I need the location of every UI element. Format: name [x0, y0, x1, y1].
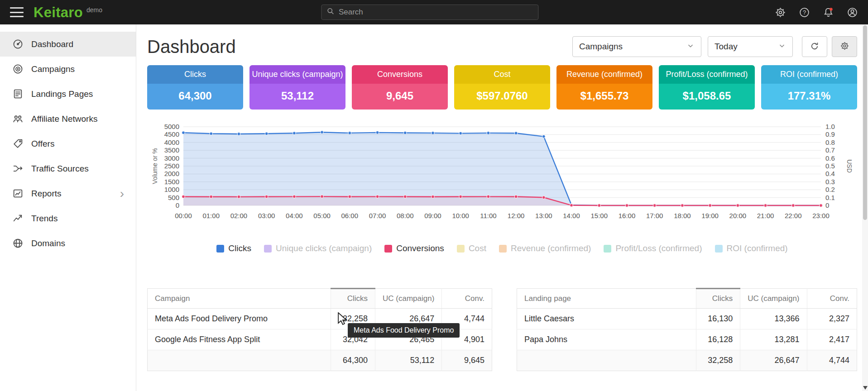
metric-card-value: 53,112	[249, 84, 345, 110]
svg-text:07:00: 07:00	[369, 212, 386, 219]
bell-icon[interactable]	[822, 6, 834, 18]
table-row[interactable]: Papa Johns16,12813,2812,417	[517, 329, 857, 350]
dashboard-settings-button[interactable]	[832, 36, 857, 57]
metric-card-value: 177.31%	[761, 84, 857, 110]
total-value-cell: 64,300	[331, 350, 375, 371]
sidebar: DashboardCampaignsLandings PagesAffiliat…	[0, 24, 136, 391]
sidebar-item-traffic-sources[interactable]: Traffic Sources	[0, 156, 136, 181]
svg-text:15:00: 15:00	[590, 212, 608, 219]
metric-card-conversions[interactable]: Conversions9,645	[352, 65, 448, 110]
legend-item-unique-clicks-campaign[interactable]: Unique clicks (campaign)	[264, 243, 372, 253]
tooltip-text: Meta Ads Food Delivery Promo	[354, 326, 454, 334]
sidebar-item-reports[interactable]: Reports›	[0, 181, 136, 206]
total-empty-cell	[148, 350, 331, 371]
sidebar-item-trends[interactable]: Trends	[0, 206, 136, 231]
svg-text:05:00: 05:00	[313, 212, 331, 219]
sidebar-item-affiliate-networks[interactable]: Affiliate Networks	[0, 106, 136, 131]
legend-item-cost[interactable]: Cost	[457, 243, 486, 253]
svg-text:16:00: 16:00	[619, 212, 636, 219]
help-icon[interactable]: ?	[798, 6, 810, 18]
svg-text:0.7: 0.7	[825, 146, 835, 154]
scrollbar-thumb[interactable]	[863, 25, 867, 220]
svg-text:13:00: 13:00	[535, 212, 552, 219]
gear-icon[interactable]	[774, 6, 786, 18]
sidebar-item-landings-pages[interactable]: Landings Pages	[0, 81, 136, 106]
table-row[interactable]: Little Caesars16,13013,3662,327	[517, 309, 857, 329]
svg-text:2000: 2000	[164, 170, 179, 177]
svg-text:0.8: 0.8	[825, 138, 835, 146]
total-empty-cell	[517, 350, 696, 371]
column-header-clicks[interactable]: Clicks	[696, 289, 740, 309]
svg-text:21:00: 21:00	[757, 212, 774, 219]
people-icon	[12, 113, 24, 125]
metric-card-label: Unique clicks (campaign)	[249, 65, 345, 84]
grouping-select-value: Campaigns	[579, 42, 623, 52]
metric-card-label: Profit/Loss (confirmed)	[659, 65, 755, 84]
legend-item-profit-loss-confirmed[interactable]: Profit/Loss (confirmed)	[604, 243, 702, 253]
svg-text:23:00: 23:00	[812, 212, 830, 219]
topbar: Keitaro demo ?	[0, 0, 868, 24]
svg-text:01:00: 01:00	[202, 212, 220, 219]
page-title: Dashboard	[147, 37, 236, 57]
total-value-cell: 32,258	[696, 350, 740, 371]
sidebar-item-offers[interactable]: Offers	[0, 131, 136, 156]
column-header-conv[interactable]: Conv.	[442, 289, 492, 309]
column-header-uc-campaign[interactable]: UC (campaign)	[375, 289, 442, 309]
svg-text:10:00: 10:00	[452, 212, 469, 219]
legend-item-conversions[interactable]: Conversions	[384, 243, 444, 253]
scrollbar-down-button[interactable]	[863, 386, 868, 390]
hamburger-menu-button[interactable]	[10, 7, 24, 17]
metric-card-revenue-confirmed[interactable]: Revenue (confirmed)$1,655.73	[556, 65, 652, 110]
grouping-select[interactable]: Campaigns	[572, 36, 701, 57]
row-value-cell: 13,281	[740, 329, 807, 350]
metric-card-unique-clicks-campaign[interactable]: Unique clicks (campaign)53,112	[249, 65, 345, 110]
chart-legend: ClicksUnique clicks (campaign)Conversion…	[147, 243, 857, 253]
metric-card-label: Conversions	[352, 65, 448, 84]
legend-item-clicks[interactable]: Clicks	[216, 243, 251, 253]
svg-text:22:00: 22:00	[785, 212, 802, 219]
legend-item-roi-confirmed[interactable]: ROI (confirmed)	[715, 243, 788, 253]
total-value-cell: 4,744	[807, 350, 857, 371]
row-value-cell: 2,327	[807, 309, 857, 329]
refresh-button[interactable]	[802, 36, 827, 57]
svg-text:4000: 4000	[164, 138, 179, 146]
svg-text:5000: 5000	[164, 123, 179, 130]
svg-text:12:00: 12:00	[508, 212, 525, 219]
sidebar-item-label: Landings Pages	[31, 89, 93, 99]
metric-card-profit-loss-confirmed[interactable]: Profit/Loss (confirmed)$1,058.65	[659, 65, 755, 110]
tag-icon	[12, 138, 24, 150]
search-input[interactable]	[339, 8, 533, 17]
metric-card-roi-confirmed[interactable]: ROI (confirmed)177.31%	[761, 65, 857, 110]
metric-cards-row: Clicks64,300Unique clicks (campaign)53,1…	[147, 65, 857, 110]
row-name-cell: Meta Ads Food Delivery Promo	[148, 309, 331, 329]
svg-text:500: 500	[168, 194, 179, 201]
legend-label: Unique clicks (campaign)	[276, 243, 372, 253]
app-logo[interactable]: Keitaro demo	[34, 5, 102, 19]
sidebar-item-domains[interactable]: Domains	[0, 231, 136, 256]
metric-card-cost[interactable]: Cost$597.0760	[454, 65, 550, 110]
column-header-landing-page[interactable]: Landing page	[517, 289, 696, 309]
sidebar-item-dashboard[interactable]: Dashboard	[0, 32, 136, 57]
date-range-select[interactable]: Today	[708, 36, 793, 57]
svg-text:0.5: 0.5	[825, 162, 835, 170]
row-value-cell: 16,130	[696, 309, 740, 329]
svg-text:2500: 2500	[164, 162, 179, 170]
traffic-chart: 0500100015002000250030003500400045005000…	[147, 121, 857, 237]
svg-text:Volume or %: Volume or %	[151, 148, 158, 184]
column-header-clicks[interactable]: Clicks	[331, 289, 375, 309]
search-icon	[326, 7, 335, 18]
user-account-icon[interactable]	[846, 6, 858, 18]
column-header-campaign[interactable]: Campaign	[148, 289, 331, 309]
svg-text:1000: 1000	[164, 186, 179, 193]
sidebar-item-label: Dashboard	[31, 39, 73, 49]
svg-text:11:00: 11:00	[480, 212, 496, 219]
column-header-uc-campaign[interactable]: UC (campaign)	[740, 289, 807, 309]
sidebar-item-label: Affiliate Networks	[31, 114, 97, 124]
svg-text:1500: 1500	[164, 178, 179, 186]
sidebar-item-label: Trends	[31, 214, 58, 224]
column-header-conv[interactable]: Conv.	[807, 289, 857, 309]
search-box[interactable]	[321, 5, 538, 20]
legend-item-revenue-confirmed[interactable]: Revenue (confirmed)	[499, 243, 591, 253]
sidebar-item-campaigns[interactable]: Campaigns	[0, 57, 136, 81]
metric-card-clicks[interactable]: Clicks64,300	[147, 65, 243, 110]
